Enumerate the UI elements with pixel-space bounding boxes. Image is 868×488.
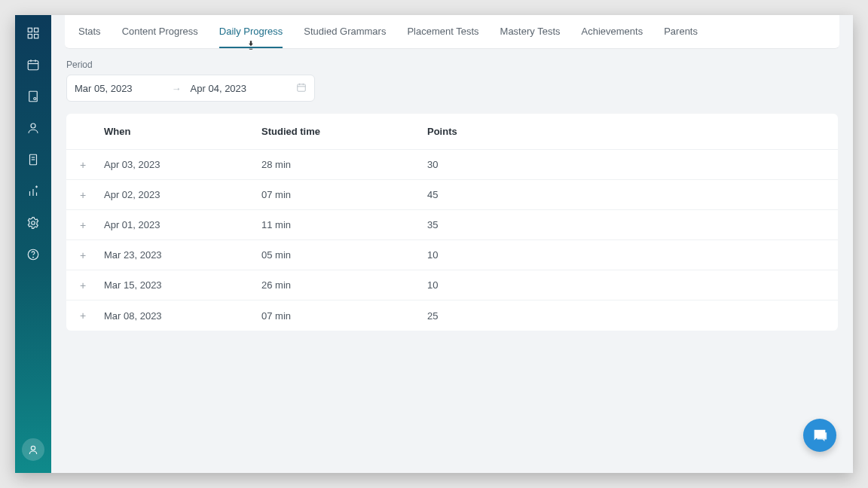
cell-when: Mar 23, 2023 xyxy=(99,249,261,261)
header-points: Points xyxy=(427,126,838,137)
expand-button[interactable]: + xyxy=(66,189,99,201)
cell-points: 45 xyxy=(427,189,838,200)
tab-label: Content Progress xyxy=(122,26,198,37)
tab-studied-grammars[interactable]: Studied Grammars xyxy=(304,15,386,48)
cell-studied-time: 28 min xyxy=(261,159,427,170)
cell-studied-time: 07 min xyxy=(261,189,427,200)
tab-label: Daily Progress xyxy=(219,26,283,37)
cell-when: Apr 01, 2023 xyxy=(99,219,261,230)
svg-point-21 xyxy=(33,257,34,258)
svg-point-9 xyxy=(34,98,36,100)
expand-button[interactable]: + xyxy=(66,310,99,322)
svg-rect-4 xyxy=(28,61,38,70)
sidebar xyxy=(15,15,51,473)
cell-studied-time: 11 min xyxy=(261,219,427,230)
cell-points: 35 xyxy=(427,219,838,230)
date-to: Apr 04, 2023 xyxy=(191,83,277,94)
table-row: +Apr 01, 202311 min35 xyxy=(66,210,838,240)
table-row: +Mar 23, 202305 min10 xyxy=(66,240,838,270)
profile-avatar[interactable] xyxy=(22,438,44,461)
progress-table: When Studied time Points +Apr 03, 202328… xyxy=(66,114,838,331)
expand-button[interactable]: + xyxy=(66,279,99,291)
chart-add-icon[interactable] xyxy=(26,184,41,199)
cell-points: 25 xyxy=(427,310,838,322)
calendar-icon xyxy=(296,82,307,95)
cell-studied-time: 26 min xyxy=(261,279,427,291)
period-section: Period Mar 05, 2023 → Apr 04, 2023 xyxy=(51,49,853,105)
tab-stats[interactable]: Stats xyxy=(78,15,101,48)
tab-content-progress[interactable]: Content Progress xyxy=(122,15,198,48)
expand-button[interactable]: + xyxy=(66,249,99,261)
cell-studied-time: 05 min xyxy=(261,249,427,261)
notes-icon[interactable] xyxy=(26,152,41,167)
tab-label: Placement Tests xyxy=(407,26,478,37)
svg-point-22 xyxy=(31,446,35,450)
main-content: Stats Content Progress Daily Progress St… xyxy=(51,15,853,473)
svg-point-10 xyxy=(31,124,35,128)
cell-studied-time: 07 min xyxy=(261,310,427,322)
tab-placement-tests[interactable]: Placement Tests xyxy=(407,15,478,48)
dashboard-icon[interactable] xyxy=(26,26,41,41)
tab-label: Mastery Tests xyxy=(500,26,561,37)
cell-when: Apr 03, 2023 xyxy=(99,159,261,170)
date-range-picker[interactable]: Mar 05, 2023 → Apr 04, 2023 xyxy=(66,75,315,102)
tab-label: Parents xyxy=(664,26,698,37)
svg-rect-2 xyxy=(28,35,32,38)
cell-points: 10 xyxy=(427,249,838,261)
tab-achievements[interactable]: Achievements xyxy=(582,15,643,48)
expand-button[interactable]: + xyxy=(66,159,99,171)
period-label: Period xyxy=(66,59,838,70)
expand-button[interactable]: + xyxy=(66,219,99,231)
table-row: +Apr 03, 202328 min30 xyxy=(66,150,838,180)
svg-rect-8 xyxy=(29,91,38,102)
svg-rect-3 xyxy=(35,35,38,38)
tab-label: Achievements xyxy=(582,26,643,37)
calendar-icon[interactable] xyxy=(26,57,41,72)
tab-label: Stats xyxy=(78,26,101,37)
table-row: +Mar 15, 202326 min10 xyxy=(66,270,838,300)
tab-parents[interactable]: Parents xyxy=(664,15,698,48)
tabs-bar: Stats Content Progress Daily Progress St… xyxy=(65,15,839,49)
help-icon[interactable] xyxy=(26,247,41,262)
svg-rect-1 xyxy=(35,28,38,32)
cell-points: 30 xyxy=(427,159,838,170)
cell-when: Mar 08, 2023 xyxy=(99,310,261,322)
svg-rect-0 xyxy=(28,28,32,32)
arrow-right-icon: → xyxy=(172,83,182,94)
tab-label: Studied Grammars xyxy=(304,26,386,37)
settings-icon[interactable] xyxy=(26,215,41,230)
book-icon[interactable] xyxy=(26,89,41,104)
cell-when: Apr 02, 2023 xyxy=(99,189,261,200)
date-from: Mar 05, 2023 xyxy=(75,83,163,94)
header-when: When xyxy=(99,126,261,137)
tab-mastery-tests[interactable]: Mastery Tests xyxy=(500,15,561,48)
user-icon[interactable] xyxy=(26,120,41,136)
header-studied-time: Studied time xyxy=(261,126,427,137)
svg-point-19 xyxy=(32,221,35,225)
chat-fab[interactable] xyxy=(803,419,836,452)
svg-rect-23 xyxy=(298,84,306,90)
table-row: +Mar 08, 202307 min25 xyxy=(66,300,838,331)
table-row: +Apr 02, 202307 min45 xyxy=(66,180,838,210)
cell-when: Mar 15, 2023 xyxy=(99,279,261,291)
table-header: When Studied time Points xyxy=(66,114,838,150)
tab-daily-progress[interactable]: Daily Progress xyxy=(219,15,283,48)
cell-points: 10 xyxy=(427,279,838,291)
cursor-icon xyxy=(246,40,256,53)
